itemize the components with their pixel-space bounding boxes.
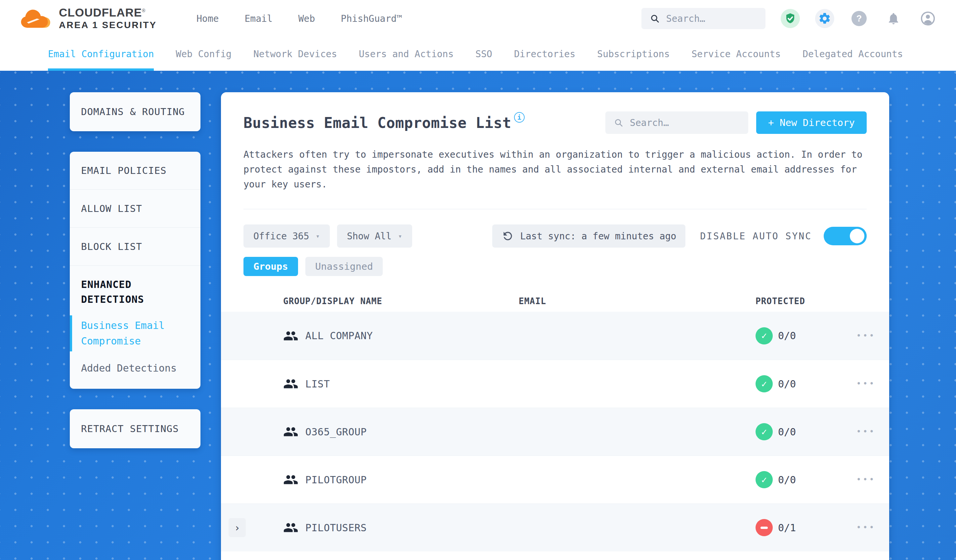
- search-icon: [614, 118, 623, 128]
- chevron-down-icon: ▾: [398, 232, 402, 240]
- group-name[interactable]: ALL COMPANY: [305, 330, 519, 342]
- search-icon: [650, 13, 660, 24]
- group-icon: [283, 424, 299, 439]
- toggle-knob: [850, 229, 864, 243]
- protected-count: 0/0: [778, 378, 796, 390]
- sidebar-card-retract: RETRACT SETTINGS: [70, 409, 200, 448]
- sidebar-item-allow-list[interactable]: ALLOW LIST: [70, 190, 200, 228]
- table-row: LIST ✓ 0/0 •••: [221, 360, 889, 408]
- settings-button[interactable]: [815, 9, 834, 28]
- info-icon[interactable]: i: [514, 112, 525, 122]
- group-icon: [283, 472, 299, 487]
- tab-delegated-accounts[interactable]: Delegated Accounts: [802, 37, 903, 71]
- row-menu-button[interactable]: •••: [843, 475, 889, 484]
- tab-email-configuration[interactable]: Email Configuration: [48, 37, 154, 71]
- table-row: › PILOTUSERS 0/1 •••: [221, 504, 889, 551]
- tab-subscriptions[interactable]: Subscriptions: [597, 37, 670, 71]
- main-panel: Business Email Compromise List i + New D…: [221, 92, 889, 560]
- top-bar: CLOUDFLARE® AREA 1 SECURITY Home Email W…: [0, 0, 956, 37]
- directory-select-value: Office 365: [253, 231, 309, 242]
- nav-item-web[interactable]: Web: [299, 13, 315, 24]
- last-sync-button[interactable]: Last sync: a few minutes ago: [492, 224, 686, 248]
- config-nav: Email Configuration Web Config Network D…: [0, 37, 956, 71]
- sidebar-item-retract-settings[interactable]: RETRACT SETTINGS: [70, 409, 200, 448]
- last-sync-label: Last sync: a few minutes ago: [520, 231, 676, 242]
- content-area: DOMAINS & ROUTING EMAIL POLICIES ALLOW L…: [0, 71, 956, 560]
- tab-service-accounts[interactable]: Service Accounts: [692, 37, 781, 71]
- list-search[interactable]: [605, 111, 748, 134]
- account-button[interactable]: [918, 9, 937, 28]
- list-search-input[interactable]: [630, 118, 740, 128]
- sidebar-item-business-email-compromise[interactable]: Business Email Compromise: [70, 318, 200, 349]
- help-button[interactable]: ?: [849, 9, 869, 28]
- nav-item-email[interactable]: Email: [244, 13, 272, 24]
- brand-subtitle: AREA 1 SECURITY: [59, 20, 157, 30]
- column-protected: PROTECTED: [756, 296, 843, 306]
- nav-item-home[interactable]: Home: [197, 13, 219, 24]
- row-menu-button[interactable]: •••: [843, 331, 889, 340]
- cloudflare-logo-icon: [19, 8, 53, 30]
- notifications-button[interactable]: [884, 9, 903, 28]
- sidebar-section-enhanced-detections: ENHANCED DETECTIONS Business Email Compr…: [70, 266, 200, 389]
- sidebar-item-domains-routing[interactable]: DOMAINS & ROUTING: [70, 92, 200, 131]
- nav-item-phishguard[interactable]: PhishGuard™: [341, 13, 402, 24]
- panel-header: Business Email Compromise List i + New D…: [244, 111, 867, 134]
- group-name[interactable]: LIST: [305, 378, 519, 390]
- tab-groups[interactable]: Groups: [244, 257, 298, 276]
- brand: CLOUDFLARE® AREA 1 SECURITY: [19, 6, 157, 31]
- expand-row-button[interactable]: ›: [229, 518, 246, 537]
- refresh-icon: [502, 230, 514, 242]
- bell-icon: [887, 12, 901, 25]
- security-status-button[interactable]: [781, 9, 800, 28]
- protected-cell: ✓ 0/0: [756, 327, 843, 345]
- filter-select[interactable]: Show All ▾: [337, 224, 412, 248]
- protected-check-icon: ✓: [756, 375, 773, 392]
- directory-select[interactable]: Office 365 ▾: [244, 224, 330, 248]
- tab-unassigned[interactable]: Unassigned: [305, 257, 383, 276]
- group-name[interactable]: PILOTUSERS: [305, 522, 519, 533]
- sidebar-item-added-detections[interactable]: Added Detections: [70, 361, 200, 376]
- tab-users-and-actions[interactable]: Users and Actions: [359, 37, 454, 71]
- top-right-actions: ?: [642, 8, 937, 29]
- protected-check-icon: ✓: [756, 327, 773, 345]
- group-icon: [283, 520, 299, 535]
- question-icon: ?: [851, 11, 867, 26]
- groups-table: GROUP/DISPLAY NAME EMAIL PROTECTED ALL C…: [221, 290, 889, 551]
- protected-cell: ✓ 0/0: [756, 471, 843, 488]
- shield-check-icon: [784, 13, 796, 25]
- controls-row: Office 365 ▾ Show All ▾ Last sync: a few…: [244, 224, 867, 248]
- page-description: Attackers often try to impersonate execu…: [244, 147, 867, 192]
- group-name[interactable]: PILOTGROUP: [305, 474, 519, 486]
- auto-sync-toggle[interactable]: [824, 227, 867, 245]
- tab-web-config[interactable]: Web Config: [176, 37, 231, 71]
- sidebar: DOMAINS & ROUTING EMAIL POLICIES ALLOW L…: [70, 92, 200, 448]
- table-row: PILOTGROUP ✓ 0/0 •••: [221, 455, 889, 504]
- table-row: O365_GROUP ✓ 0/0 •••: [221, 408, 889, 455]
- protected-check-icon: ✓: [756, 471, 773, 488]
- sidebar-item-email-policies[interactable]: EMAIL POLICIES: [70, 152, 200, 190]
- global-search-input[interactable]: [666, 13, 757, 24]
- group-name[interactable]: O365_GROUP: [305, 426, 519, 438]
- row-menu-button[interactable]: •••: [843, 379, 889, 388]
- table-header: GROUP/DISPLAY NAME EMAIL PROTECTED: [221, 290, 889, 312]
- primary-nav: Home Email Web PhishGuard™: [197, 13, 402, 24]
- protected-cell: ✓ 0/0: [756, 423, 843, 440]
- table-row: ALL COMPANY ✓ 0/0 •••: [221, 312, 889, 360]
- protected-count: 0/0: [778, 330, 796, 342]
- column-email: EMAIL: [519, 296, 756, 306]
- user-icon: [920, 11, 936, 26]
- global-search[interactable]: [642, 8, 766, 29]
- protected-check-icon: ✓: [756, 423, 773, 440]
- row-menu-button[interactable]: •••: [843, 427, 889, 436]
- tab-sso[interactable]: SSO: [475, 37, 492, 71]
- tab-network-devices[interactable]: Network Devices: [253, 37, 337, 71]
- not-protected-minus-icon: [756, 519, 773, 536]
- sidebar-item-enhanced-detections[interactable]: ENHANCED DETECTIONS: [81, 277, 189, 307]
- new-directory-button[interactable]: + New Directory: [756, 111, 867, 134]
- brand-title: CLOUDFLARE®: [59, 6, 157, 19]
- protected-count: 0/0: [778, 426, 796, 438]
- row-menu-button[interactable]: •••: [843, 523, 889, 532]
- protected-count: 0/0: [778, 474, 796, 486]
- sidebar-item-block-list[interactable]: BLOCK LIST: [70, 228, 200, 266]
- tab-directories[interactable]: Directories: [514, 37, 575, 71]
